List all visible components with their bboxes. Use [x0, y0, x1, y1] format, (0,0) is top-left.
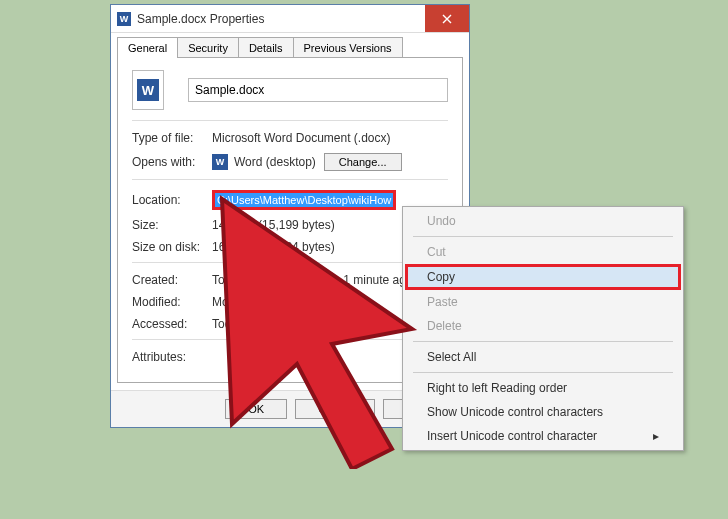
- window-title: Sample.docx Properties: [137, 12, 425, 26]
- accessed-label: Accessed:: [132, 317, 212, 331]
- tab-general[interactable]: General: [117, 37, 178, 58]
- menu-copy[interactable]: Copy: [405, 264, 681, 290]
- change-button[interactable]: Change...: [324, 153, 402, 171]
- opens-with-value: Word (desktop): [234, 155, 316, 169]
- menu-insert-unicode[interactable]: Insert Unicode control character▸: [405, 424, 681, 448]
- tab-details[interactable]: Details: [238, 37, 294, 58]
- type-value: Microsoft Word Document (.docx): [212, 131, 448, 145]
- cancel-button[interactable]: Cancel: [295, 399, 375, 419]
- location-highlight: C:\Users\Matthew\Desktop\wikiHow: [212, 190, 396, 210]
- menu-show-unicode[interactable]: Show Unicode control characters: [405, 400, 681, 424]
- chevron-right-icon: ▸: [653, 429, 659, 443]
- filename-input[interactable]: [188, 78, 448, 102]
- location-value[interactable]: C:\Users\Matthew\Desktop\wikiHow: [215, 193, 393, 207]
- file-icon: W: [132, 70, 164, 110]
- close-icon: [442, 14, 452, 24]
- tabs: General Security Details Previous Versio…: [111, 33, 469, 58]
- menu-select-all[interactable]: Select All: [405, 345, 681, 369]
- menu-cut[interactable]: Cut: [405, 240, 681, 264]
- location-label: Location:: [132, 193, 212, 207]
- created-label: Created:: [132, 273, 212, 287]
- tab-security[interactable]: Security: [177, 37, 239, 58]
- titlebar: W Sample.docx Properties: [111, 5, 469, 33]
- menu-paste[interactable]: Paste: [405, 290, 681, 314]
- modified-label: Modified:: [132, 295, 212, 309]
- context-menu: Undo Cut Copy Paste Delete Select All Ri…: [402, 206, 684, 451]
- tab-previous-versions[interactable]: Previous Versions: [293, 37, 403, 58]
- word-icon: W: [117, 12, 131, 26]
- menu-delete[interactable]: Delete: [405, 314, 681, 338]
- close-button[interactable]: [425, 5, 469, 32]
- size-label: Size:: [132, 218, 212, 232]
- menu-undo[interactable]: Undo: [405, 209, 681, 233]
- attributes-label: Attributes:: [132, 350, 212, 364]
- ok-button[interactable]: OK: [225, 399, 287, 419]
- type-label: Type of file:: [132, 131, 212, 145]
- opens-with-label: Opens with:: [132, 155, 212, 169]
- menu-rtl[interactable]: Right to left Reading order: [405, 376, 681, 400]
- word-icon: W: [212, 154, 228, 170]
- size-on-disk-label: Size on disk:: [132, 240, 212, 254]
